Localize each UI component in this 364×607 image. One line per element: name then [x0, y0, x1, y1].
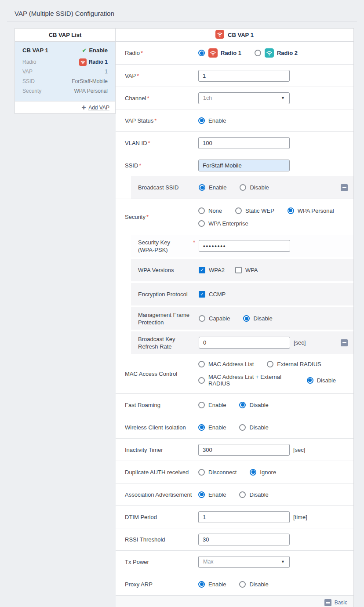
- option-disable[interactable]: Disable: [239, 402, 268, 408]
- vap-status-badge: ✔ Enable: [82, 47, 108, 54]
- radio-enable[interactable]: [199, 184, 205, 191]
- option-disable[interactable]: Disable: [239, 424, 268, 431]
- vap-field-value: Radio 1: [79, 58, 108, 66]
- minus-icon[interactable]: [341, 339, 348, 346]
- vap-configuration-layout: CB VAP List CB VAP 1 ✔ Enable Radio Radi…: [15, 28, 354, 607]
- radio-disconnect[interactable]: [198, 469, 205, 476]
- form-row-fast-roaming: Fast RoamingEnableDisable: [116, 393, 353, 416]
- radio-external-radius[interactable]: [267, 361, 273, 367]
- option-external-radius[interactable]: External RADIUS: [267, 361, 321, 367]
- option-label: WPA: [245, 267, 258, 273]
- checkbox-wpa2[interactable]: [199, 267, 205, 273]
- option-ccmp[interactable]: CCMP: [199, 291, 226, 298]
- option-mac-address-list-external-radius[interactable]: MAC Address List + External RADIUS: [198, 374, 294, 387]
- option-wpa-enterprise[interactable]: WPA Enterprise: [198, 220, 248, 227]
- form-row-ssid: SSID*: [116, 154, 353, 176]
- option-disable[interactable]: Disable: [239, 491, 268, 498]
- option-label: WPA Personal: [298, 207, 334, 214]
- option-ignore[interactable]: Ignore: [250, 469, 276, 476]
- radio-ignore[interactable]: [250, 469, 256, 476]
- option-capable[interactable]: Capable: [199, 315, 230, 322]
- checkbox-wpa[interactable]: [235, 267, 242, 273]
- radio-mac-address-list[interactable]: [198, 361, 205, 367]
- radio-radio-1[interactable]: [198, 50, 205, 56]
- option-disable[interactable]: Disable: [307, 377, 336, 384]
- vap-card-field-radio: Radio Radio 1: [22, 57, 108, 67]
- required-asterisk: *: [146, 214, 149, 220]
- option-enable[interactable]: Enable: [198, 581, 226, 588]
- cb-vap-list-panel: CB VAP List CB VAP 1 ✔ Enable Radio Radi…: [15, 28, 116, 114]
- option-radio-2[interactable]: Radio 2: [255, 48, 298, 58]
- radio-enable[interactable]: [198, 491, 205, 498]
- radio-disable[interactable]: [239, 491, 246, 498]
- form-row-wireless-client-isolation: Wireless Client IsolationEnableDisable: [116, 416, 353, 438]
- radio-wpa-personal[interactable]: [288, 207, 294, 214]
- vap-input[interactable]: [198, 70, 290, 82]
- radio-disable[interactable]: [243, 315, 250, 322]
- option-label: Enable: [208, 117, 226, 124]
- radio-enable[interactable]: [198, 424, 205, 431]
- vlan-id-input[interactable]: [198, 137, 290, 149]
- vap-card-field-ssid: SSIDForStaff-Mobile: [22, 76, 108, 86]
- radio-disable[interactable]: [239, 424, 246, 431]
- radio-radio-2[interactable]: [255, 50, 261, 56]
- vap-card-name: CB VAP 1: [22, 47, 48, 54]
- security-key-wpa-psk-input[interactable]: [199, 240, 290, 252]
- radio-none[interactable]: [198, 207, 205, 214]
- rssi-threshold-input[interactable]: [198, 534, 290, 545]
- option-disable[interactable]: Disable: [239, 581, 268, 588]
- option-enable[interactable]: Enable: [198, 402, 226, 408]
- option-label: Disable: [249, 402, 268, 408]
- field-label: Wireless Client Isolation: [125, 424, 198, 431]
- radio-enable[interactable]: [198, 402, 205, 408]
- option-enable[interactable]: Enable: [198, 424, 226, 431]
- radio-disable[interactable]: [307, 377, 313, 384]
- radio-enable[interactable]: [198, 581, 205, 588]
- option-label: Enable: [209, 184, 226, 191]
- option-static-wep[interactable]: Static WEP: [235, 207, 274, 214]
- select-value: Max: [203, 559, 214, 565]
- ssid-input[interactable]: [198, 160, 290, 171]
- inactivity-timer-input[interactable]: [198, 444, 290, 456]
- radio-disable[interactable]: [239, 581, 246, 588]
- option-enable[interactable]: Enable: [199, 184, 226, 191]
- option-none[interactable]: None: [198, 207, 222, 214]
- basic-collapse-link[interactable]: Basic: [335, 600, 347, 606]
- minus-icon[interactable]: [341, 184, 348, 191]
- option-disconnect[interactable]: Disconnect: [198, 469, 237, 476]
- form-row-association-advertisement: Association AdvertisementEnableDisable: [116, 483, 353, 505]
- vap-field-value: ForStaff-Mobile: [72, 78, 108, 84]
- form-row-broadcast-ssid: Broadcast SSIDEnableDisable: [131, 176, 353, 199]
- broadcast-key-refresh-rate-input[interactable]: [199, 337, 290, 349]
- minus-icon[interactable]: [324, 599, 331, 606]
- option-disable[interactable]: Disable: [240, 184, 269, 191]
- check-icon: ✔: [82, 47, 87, 54]
- option-disable[interactable]: Disable: [243, 315, 272, 322]
- option-label: WPA2: [209, 267, 225, 273]
- channel-select[interactable]: 1ch▼: [198, 92, 290, 104]
- field-label: Management Frame Protection: [138, 311, 199, 326]
- vap-list-item-cb-vap-1[interactable]: CB VAP 1 ✔ Enable Radio Radio 1VAP1SSIDF…: [15, 42, 115, 101]
- radio-capable[interactable]: [199, 315, 205, 322]
- add-vap-link[interactable]: Add VAP: [88, 105, 109, 111]
- option-label: Ignore: [260, 469, 276, 476]
- option-wpa2[interactable]: WPA2: [199, 267, 225, 273]
- option-enable[interactable]: Enable: [198, 491, 226, 498]
- checkbox-ccmp[interactable]: [199, 291, 205, 298]
- plus-icon: ✚: [81, 105, 86, 111]
- radio-wpa-enterprise[interactable]: [198, 220, 205, 227]
- form-row-security: Security*NoneStatic WEPWPA PersonalWPA E…: [116, 199, 353, 235]
- radio-static-wep[interactable]: [235, 207, 242, 214]
- option-label: Enable: [208, 491, 226, 498]
- radio-disable[interactable]: [239, 402, 246, 408]
- tx-power-select[interactable]: Max▼: [198, 556, 290, 568]
- option-mac-address-list[interactable]: MAC Address List: [198, 361, 254, 367]
- radio-enable[interactable]: [198, 117, 205, 124]
- option-wpa-personal[interactable]: WPA Personal: [288, 207, 334, 214]
- dtim-period-input[interactable]: [198, 511, 290, 523]
- option-radio-1[interactable]: Radio 1: [198, 48, 241, 58]
- option-wpa[interactable]: WPA: [235, 267, 258, 273]
- radio-mac-address-list-external-radius[interactable]: [198, 377, 205, 384]
- radio-disable[interactable]: [240, 184, 246, 191]
- option-enable[interactable]: Enable: [198, 117, 226, 124]
